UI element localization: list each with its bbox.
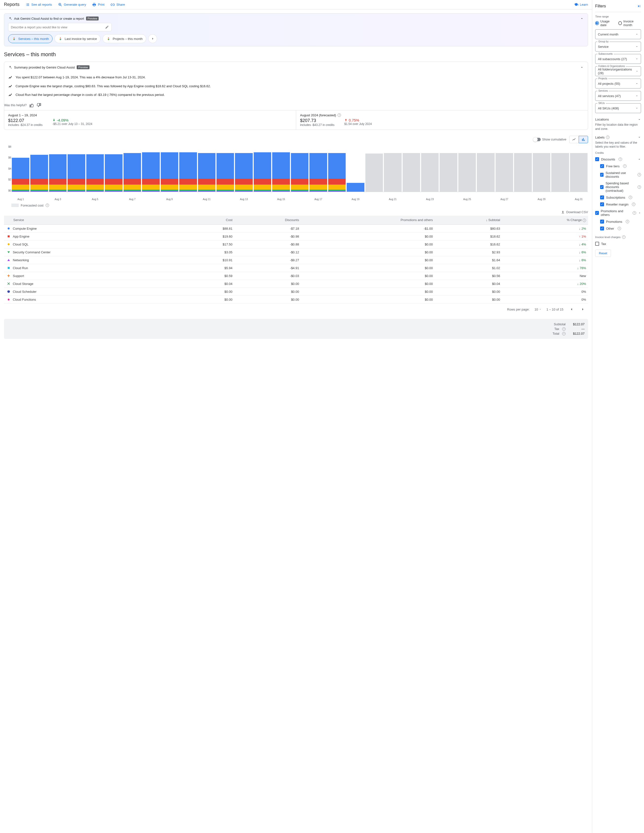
chart-bar[interactable] bbox=[328, 153, 346, 192]
help-icon[interactable]: ? bbox=[562, 332, 565, 335]
chip-services-this-month[interactable]: Services – this month bbox=[8, 34, 53, 43]
radio-invoice-month[interactable]: Invoice month bbox=[618, 19, 641, 27]
table-row[interactable]: Cloud Scheduler $0.00 $0.00 $0.00 $0.00 … bbox=[4, 288, 588, 296]
chart-bar[interactable] bbox=[365, 154, 383, 191]
help-icon[interactable]: ? bbox=[623, 164, 626, 168]
chips-next-button[interactable] bbox=[148, 34, 157, 43]
help-icon[interactable]: ? bbox=[626, 220, 629, 223]
check-promotions-others[interactable]: ✓ Promotions and others ? bbox=[595, 208, 641, 218]
chart-bar[interactable] bbox=[105, 154, 122, 192]
line-chart-button[interactable] bbox=[569, 136, 579, 143]
collapse-button[interactable] bbox=[580, 16, 584, 21]
share-link[interactable]: Share bbox=[111, 2, 125, 7]
check-discounts[interactable]: ✓ Discounts ? bbox=[595, 156, 641, 162]
labels-expander[interactable]: Labels ? bbox=[595, 133, 641, 141]
check-reseller[interactable]: ✓ Reseller margin ? bbox=[595, 201, 641, 208]
collapse-filters-button[interactable] bbox=[637, 4, 641, 8]
help-icon[interactable]: ? bbox=[562, 327, 565, 331]
chart-bar[interactable] bbox=[30, 155, 48, 192]
skus-select[interactable]: SKUs All SKUs (408) bbox=[595, 103, 641, 113]
help-icon[interactable]: ? bbox=[633, 211, 636, 215]
table-row[interactable]: Cloud Storage $0.04 $0.00 $0.00 $0.04 ↓ … bbox=[4, 280, 588, 288]
help-icon[interactable]: ? bbox=[638, 173, 641, 177]
chart-bar[interactable] bbox=[124, 153, 141, 192]
chart-bar[interactable] bbox=[161, 152, 178, 191]
chart-bar[interactable] bbox=[68, 154, 85, 192]
generate-query-link[interactable]: Generate query bbox=[58, 2, 86, 7]
chart-bar[interactable] bbox=[477, 153, 494, 192]
table-row[interactable]: Cloud Functions $0.00 $0.00 $0.00 $0.00 … bbox=[4, 296, 588, 304]
chart-bar[interactable] bbox=[309, 153, 327, 192]
chart-bar[interactable] bbox=[496, 153, 513, 192]
col-header[interactable]: Discounts bbox=[235, 215, 301, 225]
rows-per-page-select[interactable]: 10 bbox=[535, 307, 541, 311]
chart-bar[interactable] bbox=[570, 153, 588, 192]
chart-bar[interactable] bbox=[272, 152, 290, 191]
cumulative-toggle[interactable]: Show cumulative bbox=[534, 138, 566, 141]
col-header[interactable]: % Change ? bbox=[502, 215, 588, 225]
help-icon[interactable]: ? bbox=[622, 235, 626, 239]
chart-bar[interactable] bbox=[384, 153, 401, 192]
help-icon[interactable]: ? bbox=[629, 196, 632, 199]
table-row[interactable]: Cloud SQL $17.50 -$0.88 $0.00 $16.62 ↓ 4… bbox=[4, 241, 588, 248]
collapse-button[interactable] bbox=[580, 65, 584, 69]
check-free-tiers[interactable]: ✓ Free tiers ? bbox=[595, 162, 641, 170]
col-header[interactable]: ↓ Subtotal bbox=[435, 215, 502, 225]
table-row[interactable]: App Engine $19.60 -$0.98 $0.00 $18.62 ↑ … bbox=[4, 233, 588, 241]
chart-bar[interactable] bbox=[235, 153, 253, 192]
table-row[interactable]: Cloud Run $5.94 -$4.91 $0.00 $1.02 ↓ 76% bbox=[4, 264, 588, 272]
chart-bar[interactable] bbox=[216, 153, 234, 192]
chart-bar[interactable] bbox=[533, 153, 550, 192]
chip-last-invoice[interactable]: Last invoice by service bbox=[55, 34, 101, 43]
check-tax[interactable]: Tax bbox=[595, 240, 641, 247]
chip-projects-this-month[interactable]: Projects – this month bbox=[103, 34, 146, 43]
print-link[interactable]: Print bbox=[92, 2, 105, 7]
chart-bar[interactable] bbox=[440, 153, 457, 192]
check-spending[interactable]: ✓ Spending based discounts (contractual)… bbox=[595, 180, 641, 194]
services-select[interactable]: Services All services (47) bbox=[595, 91, 641, 101]
locations-expander[interactable]: Locations bbox=[595, 116, 641, 123]
download-csv-button[interactable]: Download CSV bbox=[4, 207, 588, 215]
col-header[interactable]: Service bbox=[4, 215, 184, 225]
next-page-button[interactable] bbox=[580, 306, 586, 312]
chart-bar[interactable] bbox=[142, 152, 159, 191]
help-icon[interactable]: ? bbox=[618, 158, 622, 161]
chart-bar[interactable] bbox=[402, 153, 420, 192]
thumbs-down-button[interactable] bbox=[37, 103, 42, 108]
check-promotions[interactable]: ✓ Promotions ? bbox=[595, 218, 641, 225]
check-sustained[interactable]: ✓ Sustained use discounts ? bbox=[595, 170, 641, 180]
col-header[interactable]: Promotions and others bbox=[301, 215, 435, 225]
prev-page-button[interactable] bbox=[568, 306, 575, 312]
see-all-reports-link[interactable]: See all reports bbox=[26, 2, 52, 7]
table-row[interactable]: Compute Engine $88.81 -$7.18 -$1.00 $80.… bbox=[4, 225, 588, 233]
chart-bar[interactable] bbox=[421, 153, 439, 192]
gemini-input[interactable] bbox=[8, 23, 112, 31]
learn-link[interactable]: Learn bbox=[574, 2, 588, 7]
table-row[interactable]: Security Command Center $3.05 -$0.12 $0.… bbox=[4, 248, 588, 256]
chart-bar[interactable] bbox=[179, 152, 197, 191]
folders-select[interactable]: Folders & Organizations All folders/orga… bbox=[595, 66, 641, 76]
chart-bar[interactable] bbox=[347, 183, 364, 192]
help-icon[interactable]: ? bbox=[583, 219, 586, 222]
subaccounts-select[interactable]: Subaccounts All subaccounts (27) bbox=[595, 54, 641, 64]
chart-bar[interactable] bbox=[49, 154, 66, 192]
check-subscriptions[interactable]: ✓ Subscriptions ? bbox=[595, 194, 641, 201]
reset-button[interactable]: Reset bbox=[595, 250, 611, 257]
help-icon[interactable]: ? bbox=[618, 227, 621, 230]
table-row[interactable]: Networking $10.91 -$9.27 $0.00 $1.64 ↓ 6… bbox=[4, 256, 588, 264]
chart-bar[interactable] bbox=[291, 153, 308, 192]
chart-bar[interactable] bbox=[514, 153, 531, 192]
table-row[interactable]: Support $0.59 -$0.03 $0.00 $0.56 New bbox=[4, 272, 588, 280]
chart-bar[interactable] bbox=[458, 153, 476, 192]
chart-bar[interactable] bbox=[86, 154, 104, 192]
thumbs-up-button[interactable] bbox=[29, 103, 34, 108]
radio-usage-date[interactable]: Usage date bbox=[595, 19, 615, 27]
gemini-input-field[interactable] bbox=[11, 26, 105, 29]
group-by-select[interactable]: Group by Service bbox=[595, 42, 641, 51]
chart-bar[interactable] bbox=[198, 153, 216, 192]
chart-bar[interactable] bbox=[551, 153, 569, 192]
bar-chart-button[interactable] bbox=[579, 136, 588, 143]
help-icon[interactable]: ? bbox=[632, 203, 635, 206]
chart-bar[interactable] bbox=[254, 152, 271, 191]
time-range-select[interactable]: Current month bbox=[595, 29, 641, 39]
